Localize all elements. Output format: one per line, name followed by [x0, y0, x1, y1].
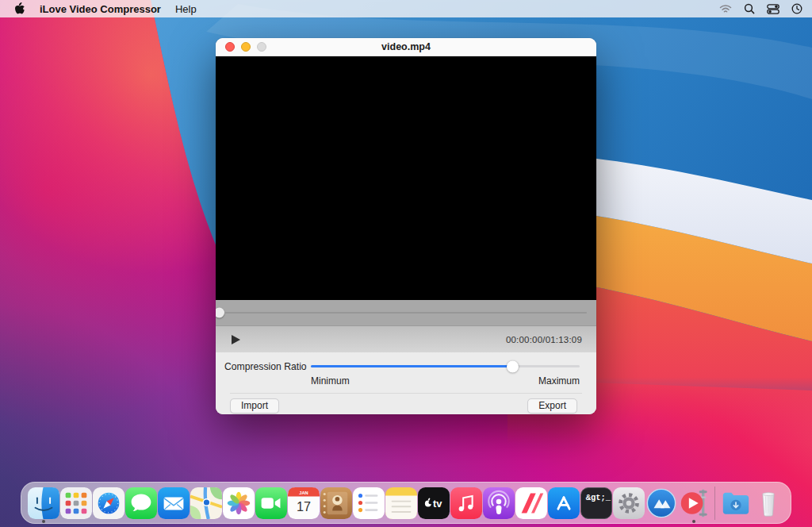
- tv-label-text: tv: [433, 498, 442, 510]
- seek-bar[interactable]: [216, 300, 596, 326]
- facetime-icon: [255, 487, 287, 519]
- contacts-icon: [320, 487, 352, 519]
- messages-icon: [125, 487, 157, 519]
- apple-menu[interactable]: [14, 2, 25, 15]
- compression-panel: Compression Ratio Minimum Maximum Import…: [216, 352, 596, 414]
- calendar-icon: JAN 17: [288, 487, 320, 519]
- menu-bar: iLove Video Compressor Help: [0, 0, 812, 17]
- minimize-button[interactable]: [241, 42, 251, 52]
- dock-item-downloads-folder[interactable]: [720, 487, 752, 519]
- window-titlebar[interactable]: video.mp4: [216, 38, 596, 56]
- dock-item-launchpad[interactable]: [60, 487, 92, 519]
- app-window: video.mp4 00:00:00/01:13:09 Compression …: [216, 38, 596, 414]
- traffic-lights: [225, 42, 266, 52]
- desktop: iLove Video Compressor Help video.mp4: [0, 0, 812, 527]
- export-button[interactable]: Export: [527, 398, 577, 414]
- slider-min-label: Minimum: [311, 375, 350, 387]
- podcasts-icon: [483, 487, 515, 519]
- safari-icon: [93, 487, 124, 519]
- dock-item-podcasts[interactable]: [483, 487, 515, 519]
- maps-icon: [190, 487, 222, 519]
- dock-item-blue-mountain-app[interactable]: [645, 487, 677, 519]
- dock-item-calendar[interactable]: JAN 17: [288, 487, 320, 519]
- blue-mountain-app-icon: [645, 487, 677, 519]
- window-title: video.mp4: [216, 41, 596, 52]
- zoom-button-disabled: [257, 42, 266, 52]
- slider-max-label: Maximum: [538, 375, 580, 387]
- dock-item-messages[interactable]: [125, 487, 157, 519]
- photos-icon: [223, 487, 255, 519]
- terminal-icon: &gt;_: [580, 487, 612, 519]
- compression-slider-handle[interactable]: [507, 360, 519, 372]
- dock-item-terminal[interactable]: &gt;_: [580, 487, 612, 519]
- apple-tv-icon: tv: [418, 487, 450, 519]
- dock-item-ilove-video-compressor[interactable]: [678, 487, 710, 519]
- time-display: 00:00:00/01:13:09: [506, 335, 582, 344]
- calendar-day-text: 17: [297, 498, 311, 513]
- menu-help[interactable]: Help: [175, 3, 197, 15]
- running-indicator: [692, 520, 695, 523]
- import-button[interactable]: Import: [230, 398, 279, 414]
- dock-item-system-preferences[interactable]: [613, 487, 645, 519]
- app-menu-title[interactable]: iLove Video Compressor: [40, 3, 161, 15]
- ilove-video-compressor-icon: [678, 487, 710, 519]
- dock-separator: [714, 487, 715, 520]
- dock: JAN 17: [21, 482, 791, 524]
- dock-item-apple-tv[interactable]: tv: [418, 487, 450, 519]
- spotlight-search-icon[interactable]: [744, 3, 755, 14]
- calendar-month-text: JAN: [299, 490, 308, 494]
- reminders-icon: [353, 487, 385, 519]
- trash-icon: [753, 487, 784, 519]
- news-icon: [515, 487, 547, 519]
- dock-item-news[interactable]: [515, 487, 547, 519]
- play-icon: [232, 335, 240, 344]
- system-preferences-icon: [613, 487, 645, 519]
- video-canvas: [216, 56, 596, 300]
- seek-track[interactable]: [225, 312, 587, 314]
- compression-slider[interactable]: [311, 360, 580, 372]
- compression-slider-fill: [311, 365, 512, 367]
- dock-item-reminders[interactable]: [353, 487, 385, 519]
- seek-handle[interactable]: [216, 308, 224, 318]
- playback-controls: 00:00:00/01:13:09: [216, 326, 596, 352]
- notes-icon: [385, 487, 417, 519]
- app-store-icon: [548, 487, 580, 519]
- close-button[interactable]: [225, 42, 235, 52]
- dock-item-contacts[interactable]: [320, 487, 352, 519]
- music-icon: [450, 487, 482, 519]
- dock-item-facetime[interactable]: [255, 487, 287, 519]
- launchpad-icon: [60, 487, 92, 519]
- terminal-glyph-text: &gt;_: [586, 493, 611, 502]
- control-center-icon[interactable]: [767, 4, 779, 14]
- dock-item-music[interactable]: [450, 487, 482, 519]
- running-indicator: [42, 520, 45, 523]
- wifi-icon[interactable]: [719, 4, 732, 14]
- dock-item-photos[interactable]: [223, 487, 255, 519]
- finder-icon: [28, 487, 59, 519]
- dock-item-finder[interactable]: [28, 487, 59, 519]
- downloads-folder-icon: [720, 487, 752, 519]
- compression-ratio-label: Compression Ratio: [224, 361, 311, 372]
- dock-item-app-store[interactable]: [548, 487, 580, 519]
- clock-icon[interactable]: [791, 3, 802, 14]
- mail-icon: [158, 487, 190, 519]
- dock-item-mail[interactable]: [158, 487, 190, 519]
- dock-item-trash[interactable]: [753, 487, 784, 519]
- play-button[interactable]: [232, 333, 244, 346]
- dock-item-notes[interactable]: [385, 487, 417, 519]
- dock-item-maps[interactable]: [190, 487, 222, 519]
- dock-item-safari[interactable]: [93, 487, 124, 519]
